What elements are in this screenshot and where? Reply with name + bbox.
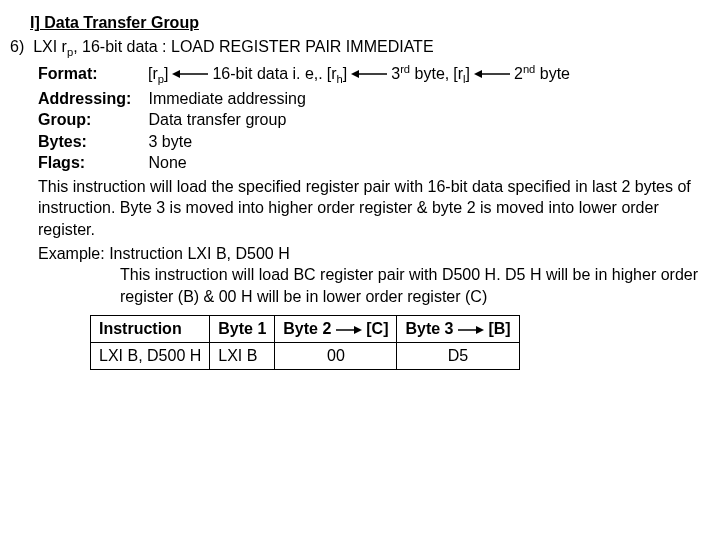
- col-byte1: Byte 1: [210, 316, 275, 343]
- cell-byte2: 00: [275, 343, 397, 370]
- format-byte2: 2nd byte: [514, 62, 570, 85]
- format-byte3: 3rd byte,: [391, 62, 449, 85]
- mnemonic-desc: LOAD REGISTER PAIR IMMEDIATE: [171, 38, 434, 55]
- example-instruction: Instruction LXI B, D500 H: [109, 245, 290, 262]
- format-rl: [rl]: [453, 63, 470, 87]
- reg-b: [B]: [488, 320, 510, 337]
- svg-marker-5: [474, 70, 482, 78]
- section-title: I] Data Transfer Group: [30, 12, 710, 34]
- num: 3: [391, 65, 400, 82]
- group-label: Group:: [38, 109, 144, 131]
- arrow-left-icon: [172, 69, 208, 79]
- arrow-left-icon: [351, 69, 387, 79]
- format-row: Format: [rp] 16-bit data i. e,. [rh] 3rd…: [38, 62, 710, 88]
- sup: rd: [400, 63, 410, 75]
- mnemonic-rest: , 16-bit data :: [73, 38, 166, 55]
- bytes-value: 3 byte: [148, 133, 192, 150]
- instruction-table: Instruction Byte 1 Byte 2 [C] Byte 3 [B]…: [90, 315, 520, 369]
- bracket-open: [r: [453, 65, 463, 82]
- table-row: LXI B, D500 H LXI B 00 D5: [91, 343, 520, 370]
- svg-marker-9: [476, 326, 484, 334]
- description-text: This instruction will load the specified…: [38, 176, 710, 241]
- example-line: Example: Instruction LXI B, D500 H: [38, 243, 710, 265]
- flags-value: None: [148, 154, 186, 171]
- col-byte2: Byte 2 [C]: [275, 316, 397, 343]
- addressing-row: Addressing: Immediate addressing: [38, 88, 710, 110]
- group-value: Data transfer group: [148, 111, 286, 128]
- bracket-open: [r: [148, 65, 158, 82]
- arrow-left-icon: [474, 69, 510, 79]
- addressing-value: Immediate addressing: [148, 90, 305, 107]
- flags-label: Flags:: [38, 152, 144, 174]
- cell-byte3: D5: [397, 343, 519, 370]
- bracket-close: ]: [466, 65, 470, 82]
- byte2-label: Byte 2: [283, 320, 331, 337]
- reg-c: [C]: [366, 320, 388, 337]
- post: byte,: [410, 65, 449, 82]
- format-rh: [rh]: [327, 63, 347, 87]
- svg-marker-3: [351, 70, 359, 78]
- post: byte: [535, 65, 570, 82]
- flags-row: Flags: None: [38, 152, 710, 174]
- example-label: Example:: [38, 245, 105, 262]
- bracket-open: [r: [327, 65, 337, 82]
- example-description: This instruction will load BC register p…: [120, 264, 710, 307]
- cell-instruction: LXI B, D500 H: [91, 343, 210, 370]
- num: 2: [514, 65, 523, 82]
- sup: nd: [523, 63, 535, 75]
- arrow-right-icon: [336, 325, 362, 335]
- addressing-label: Addressing:: [38, 88, 144, 110]
- format-mid: 16-bit data i. e,.: [212, 63, 322, 85]
- table-header-row: Instruction Byte 1 Byte 2 [C] Byte 3 [B]: [91, 316, 520, 343]
- col-byte3: Byte 3 [B]: [397, 316, 519, 343]
- byte3-label: Byte 3: [405, 320, 453, 337]
- cell-byte1: LXI B: [210, 343, 275, 370]
- bracket-close: ]: [343, 65, 347, 82]
- bracket-close: ]: [164, 65, 168, 82]
- mnemonic-prefix: LXI r: [33, 38, 67, 55]
- instruction-heading: 6) LXI rp, 16-bit data : LOAD REGISTER P…: [10, 36, 710, 60]
- format-rp: [rp]: [148, 63, 168, 87]
- item-number: 6): [10, 38, 24, 55]
- col-instruction: Instruction: [91, 316, 210, 343]
- bytes-row: Bytes: 3 byte: [38, 131, 710, 153]
- arrow-right-icon: [458, 325, 484, 335]
- svg-marker-1: [172, 70, 180, 78]
- svg-marker-7: [354, 326, 362, 334]
- format-label: Format:: [38, 63, 144, 85]
- bytes-label: Bytes:: [38, 131, 144, 153]
- group-row: Group: Data transfer group: [38, 109, 710, 131]
